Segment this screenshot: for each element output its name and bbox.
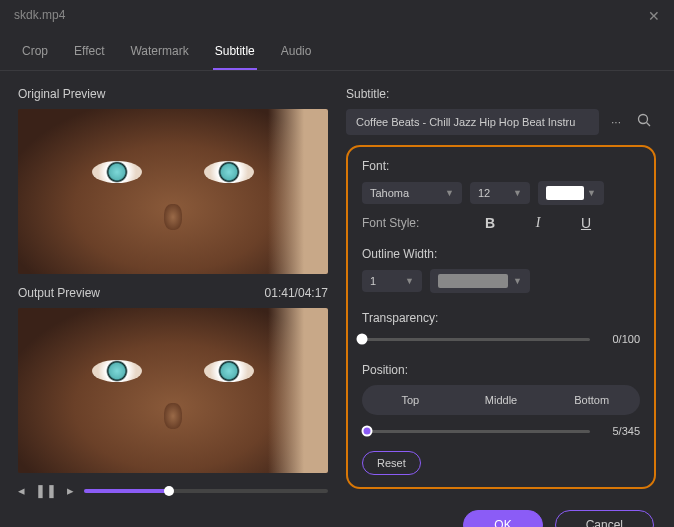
tab-crop[interactable]: Crop	[20, 38, 50, 70]
transparency-value: 0/100	[600, 333, 640, 345]
italic-button[interactable]: I	[518, 215, 558, 231]
titlebar: skdk.mp4 ✕	[0, 0, 674, 32]
output-preview-label: Output Preview	[18, 286, 100, 300]
more-icon[interactable]: ···	[607, 111, 625, 133]
font-style-label: Font Style:	[362, 216, 462, 230]
font-color-select[interactable]: ▼	[538, 181, 604, 205]
search-icon[interactable]	[633, 109, 656, 135]
next-icon[interactable]: ▸	[67, 483, 74, 498]
original-preview-label: Original Preview	[18, 87, 328, 101]
font-label: Font:	[362, 159, 640, 173]
svg-line-1	[647, 123, 651, 127]
position-buttons: Top Middle Bottom	[362, 385, 640, 415]
position-top-button[interactable]: Top	[365, 388, 456, 412]
output-preview	[18, 308, 328, 473]
svg-point-0	[639, 115, 648, 124]
subtitle-label: Subtitle:	[346, 87, 656, 101]
font-family-select[interactable]: Tahoma▼	[362, 182, 462, 204]
reset-button[interactable]: Reset	[362, 451, 421, 475]
pause-icon[interactable]: ❚❚	[35, 483, 57, 498]
ok-button[interactable]: OK	[463, 510, 542, 527]
underline-button[interactable]: U	[566, 215, 606, 231]
outline-width-label: Outline Width:	[362, 247, 640, 261]
font-size-select[interactable]: 12▼	[470, 182, 530, 204]
transparency-slider[interactable]	[362, 338, 590, 341]
playback-controls: ◂ ❚❚ ▸	[18, 483, 328, 498]
position-bottom-button[interactable]: Bottom	[546, 388, 637, 412]
window-title: skdk.mp4	[14, 8, 65, 24]
original-preview	[18, 109, 328, 274]
chevron-down-icon: ▼	[513, 276, 522, 286]
chevron-down-icon: ▼	[587, 188, 596, 198]
color-swatch-gray	[438, 274, 508, 288]
outline-color-select[interactable]: ▼	[430, 269, 530, 293]
tab-watermark[interactable]: Watermark	[128, 38, 190, 70]
cancel-button[interactable]: Cancel	[555, 510, 654, 527]
subtitle-input[interactable]	[346, 109, 599, 135]
chevron-down-icon: ▼	[405, 276, 414, 286]
position-label: Position:	[362, 363, 640, 377]
subtitle-style-panel: Font: Tahoma▼ 12▼ ▼ Font Style: B I U Ou…	[346, 145, 656, 489]
position-middle-button[interactable]: Middle	[456, 388, 547, 412]
timecode: 01:41/04:17	[265, 286, 328, 300]
transparency-label: Transparency:	[362, 311, 640, 325]
chevron-down-icon: ▼	[445, 188, 454, 198]
bold-button[interactable]: B	[470, 215, 510, 231]
position-slider[interactable]	[362, 430, 590, 433]
tab-subtitle[interactable]: Subtitle	[213, 38, 257, 70]
footer: OK Cancel	[0, 506, 674, 527]
chevron-down-icon: ▼	[513, 188, 522, 198]
tabs: Crop Effect Watermark Subtitle Audio	[0, 32, 674, 71]
position-value: 5/345	[600, 425, 640, 437]
outline-width-select[interactable]: 1▼	[362, 270, 422, 292]
progress-slider[interactable]	[84, 489, 328, 493]
color-swatch-white	[546, 186, 584, 200]
tab-audio[interactable]: Audio	[279, 38, 314, 70]
prev-icon[interactable]: ◂	[18, 483, 25, 498]
tab-effect[interactable]: Effect	[72, 38, 106, 70]
close-icon[interactable]: ✕	[648, 8, 660, 24]
